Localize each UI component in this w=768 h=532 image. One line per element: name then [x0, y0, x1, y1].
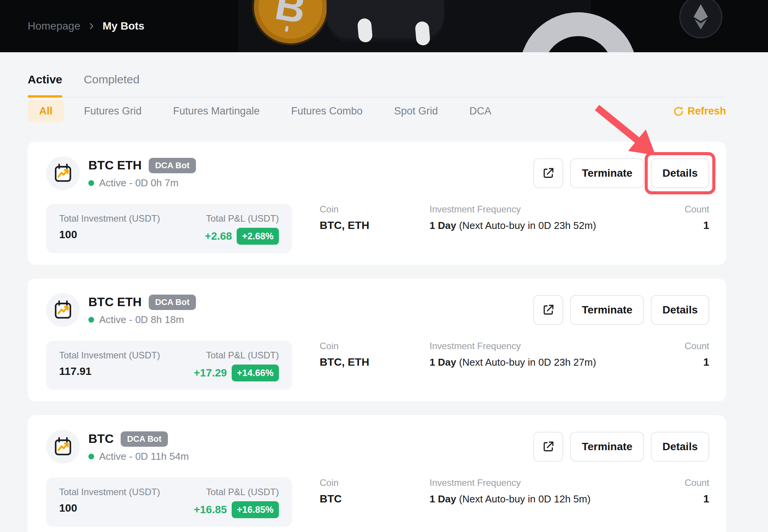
- count-label: Count: [685, 477, 709, 488]
- terminate-button[interactable]: Terminate: [570, 295, 644, 325]
- share-button[interactable]: [533, 295, 563, 325]
- frequency-value: 1 Day: [430, 220, 456, 231]
- details-button[interactable]: Details: [651, 432, 709, 462]
- calendar-trend-icon: [53, 300, 73, 320]
- chevron-right-icon: [87, 22, 96, 30]
- filter-dca[interactable]: DCA: [458, 100, 503, 123]
- details-button[interactable]: Details: [651, 158, 709, 188]
- dca-bot-avatar: [46, 156, 80, 190]
- pnl-label: Total P&L (USDT): [205, 213, 279, 224]
- frequency-note: (Next Auto-buy in 0D 23h 27m): [459, 356, 596, 368]
- count-value: 1: [685, 356, 709, 368]
- filter-futures-martingale[interactable]: Futures Martingale: [162, 100, 271, 123]
- bot-pair: BTC ETH: [88, 295, 142, 309]
- filter-futures-combo[interactable]: Futures Combo: [280, 100, 374, 123]
- investment-pnl-panel: Total Investment (USDT) 100 Total P&L (U…: [46, 204, 292, 253]
- breadcrumb: Homepage My Bots: [0, 20, 144, 32]
- filter-pills: All Futures Grid Futures Martingale Futu…: [28, 100, 503, 123]
- robot-eye-icon: [357, 18, 373, 43]
- main-content: Active Completed All Futures Grid Future…: [0, 73, 768, 532]
- investment-value: 100: [59, 502, 160, 514]
- coin-value: BTC, ETH: [320, 356, 420, 368]
- frequency-value: 1 Day: [430, 493, 456, 505]
- banner-illustration-panel: [238, 0, 591, 52]
- terminate-button[interactable]: Terminate: [570, 432, 644, 462]
- coin-value: BTC, ETH: [320, 219, 420, 232]
- eth-coin-illustration: [679, 0, 722, 38]
- coin-label: Coin: [320, 477, 420, 488]
- frequency-note: (Next Auto-buy in 0D 12h 5m): [459, 493, 591, 505]
- pnl-value: +17.29: [194, 367, 227, 379]
- active-status-dot: [88, 180, 94, 186]
- refresh-icon: [673, 106, 684, 117]
- filter-all[interactable]: All: [28, 100, 64, 123]
- bot-pair: BTC: [88, 432, 114, 446]
- frequency-label: Investment Frequency: [430, 341, 685, 351]
- investment-value: 117.91: [59, 365, 160, 378]
- count-label: Count: [685, 341, 709, 351]
- investment-label: Total Investment (USDT): [59, 350, 160, 361]
- robot-ear-illustration: [519, 12, 637, 52]
- external-link-icon: [541, 166, 555, 180]
- tab-completed[interactable]: Completed: [84, 73, 139, 97]
- pnl-label: Total P&L (USDT): [194, 487, 279, 497]
- top-banner: B Homepage My Bots: [0, 0, 768, 52]
- active-status-dot: [88, 317, 94, 323]
- eth-logo-icon: [693, 4, 709, 30]
- bot-status: Active - 0D 8h 18m: [99, 314, 184, 326]
- pnl-percent-badge: +16.85%: [232, 501, 279, 518]
- pnl-value: +16.85: [194, 504, 227, 516]
- robot-illustration: [327, 0, 444, 42]
- coin-label: Coin: [320, 204, 420, 215]
- bot-status: Active - 0D 11h 54m: [99, 451, 189, 462]
- terminate-button[interactable]: Terminate: [570, 158, 644, 188]
- frequency-label: Investment Frequency: [430, 477, 685, 488]
- investment-label: Total Investment (USDT): [59, 213, 160, 224]
- tab-active[interactable]: Active: [28, 73, 62, 97]
- investment-label: Total Investment (USDT): [59, 487, 160, 497]
- filter-futures-grid[interactable]: Futures Grid: [73, 100, 153, 123]
- external-link-icon: [541, 303, 555, 317]
- refresh-label: Refresh: [687, 105, 726, 117]
- bot-status: Active - 0D 0h 7m: [99, 177, 179, 189]
- frequency-note: (Next Auto-buy in 0D 23h 52m): [459, 220, 596, 231]
- bot-type-badge: DCA Bot: [149, 158, 196, 173]
- count-value: 1: [685, 219, 709, 232]
- filter-bar: All Futures Grid Futures Martingale Futu…: [28, 100, 726, 123]
- active-status-dot: [88, 454, 94, 459]
- count-value: 1: [685, 493, 709, 505]
- investment-pnl-panel: Total Investment (USDT) 117.91 Total P&L…: [46, 341, 292, 390]
- refresh-button[interactable]: Refresh: [673, 105, 726, 117]
- share-button[interactable]: [533, 158, 563, 188]
- bot-type-badge: DCA Bot: [121, 431, 168, 447]
- dca-bot-avatar: [46, 430, 80, 464]
- calendar-trend-icon: [53, 163, 73, 184]
- breadcrumb-home-link[interactable]: Homepage: [28, 20, 80, 32]
- filter-spot-grid[interactable]: Spot Grid: [383, 100, 450, 123]
- calendar-trend-icon: [53, 436, 73, 457]
- count-label: Count: [685, 204, 709, 215]
- bot-type-badge: DCA Bot: [149, 295, 196, 310]
- pnl-percent-badge: +2.68%: [237, 228, 279, 245]
- coin-value: BTC: [320, 493, 420, 505]
- bot-card: BTC DCA Bot Active - 0D 11h 54m: [28, 415, 726, 532]
- tabs: Active Completed: [28, 73, 726, 98]
- pnl-percent-badge: +14.66%: [232, 365, 279, 381]
- investment-pnl-panel: Total Investment (USDT) 100 Total P&L (U…: [46, 477, 292, 527]
- details-button[interactable]: Details: [651, 295, 709, 325]
- dca-bot-avatar: [46, 293, 80, 327]
- share-button[interactable]: [533, 432, 563, 462]
- coin-label: Coin: [320, 341, 420, 351]
- pnl-value: +2.68: [205, 230, 232, 242]
- pnl-label: Total P&L (USDT): [194, 350, 279, 361]
- breadcrumb-current: My Bots: [103, 20, 144, 32]
- frequency-label: Investment Frequency: [430, 204, 685, 215]
- bitcoin-coin-illustration: B: [252, 0, 329, 45]
- investment-value: 100: [59, 229, 160, 241]
- external-link-icon: [541, 440, 555, 454]
- bot-card: BTC ETH DCA Bot Active - 0D 8h 18m: [28, 278, 726, 401]
- bot-card: BTC ETH DCA Bot Active - 0D 0h 7m: [28, 142, 726, 265]
- robot-eye-icon: [415, 21, 430, 46]
- bot-pair: BTC ETH: [88, 158, 142, 172]
- frequency-value: 1 Day: [430, 356, 456, 368]
